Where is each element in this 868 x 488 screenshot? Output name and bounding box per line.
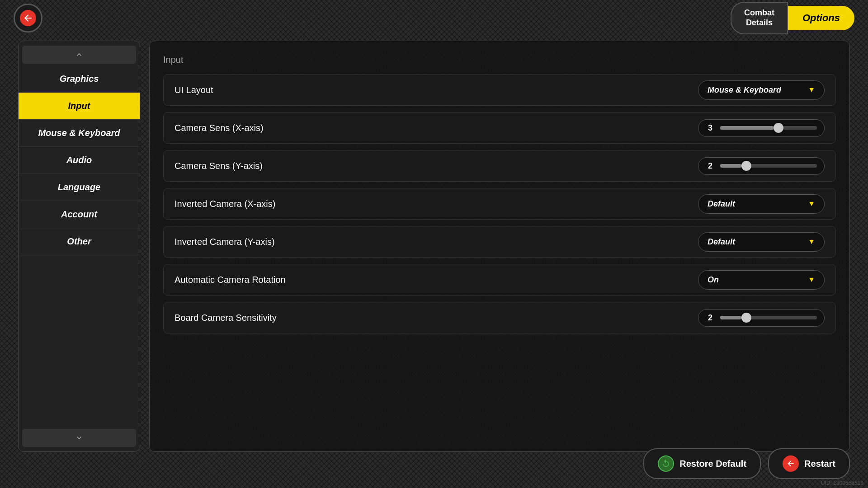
footer: Restore Default Restart [643, 448, 850, 479]
board-camera-slider[interactable]: 2 [698, 309, 825, 327]
inverted-x-value: Default [708, 199, 735, 209]
camera-sens-x-fill [720, 126, 774, 130]
restore-default-button[interactable]: Restore Default [643, 448, 761, 479]
inverted-y-label: Inverted Camera (Y-axis) [175, 237, 275, 247]
camera-sens-y-value: 2 [706, 161, 715, 171]
camera-sens-y-fill [720, 164, 741, 168]
sidebar-item-audio[interactable]: Audio [19, 147, 140, 174]
sidebar-scroll-up-button[interactable] [22, 46, 136, 64]
camera-sens-x-thumb [774, 123, 783, 133]
setting-row-camera-sens-y: Camera Sens (Y-axis) 2 [163, 150, 836, 182]
uid-text: UID: 1300658516 [821, 480, 863, 486]
setting-row-auto-rotation: Automatic Camera Rotation On ▼ [163, 264, 836, 296]
options-button[interactable]: Options [788, 6, 854, 30]
sidebar-item-account[interactable]: Account [19, 201, 140, 228]
camera-sens-x-track[interactable] [720, 126, 817, 130]
camera-sens-y-thumb [741, 161, 751, 171]
sidebar-item-other[interactable]: Other [19, 228, 140, 255]
section-title: Input [163, 55, 836, 65]
camera-sens-x-slider[interactable]: 3 [698, 119, 825, 137]
restart-button[interactable]: Restart [768, 448, 850, 479]
sidebar-scroll-down-button[interactable] [22, 429, 136, 447]
setting-row-inverted-y: Inverted Camera (Y-axis) Default ▼ [163, 226, 836, 258]
inverted-x-arrow: ▼ [808, 200, 815, 208]
auto-rotation-value: On [708, 275, 719, 285]
board-camera-thumb [741, 313, 751, 323]
restart-icon [783, 455, 799, 472]
ui-layout-label: UI Layout [175, 85, 213, 95]
main-content: Graphics Input Mouse & Keyboard Audio La… [18, 41, 850, 452]
inverted-y-arrow: ▼ [808, 238, 815, 246]
setting-row-ui-layout: UI Layout Mouse & Keyboard ▼ [163, 74, 836, 106]
sidebar-item-mouse-keyboard[interactable]: Mouse & Keyboard [19, 120, 140, 147]
board-camera-track[interactable] [720, 316, 817, 319]
back-button[interactable] [14, 4, 42, 33]
auto-rotation-dropdown[interactable]: On ▼ [698, 270, 825, 290]
sidebar: Graphics Input Mouse & Keyboard Audio La… [18, 41, 140, 452]
sidebar-item-graphics[interactable]: Graphics [19, 66, 140, 93]
content-panel: Input UI Layout Mouse & Keyboard ▼ Camer… [149, 41, 850, 452]
camera-sens-y-label: Camera Sens (Y-axis) [175, 161, 263, 171]
sidebar-item-input[interactable]: Input [19, 93, 140, 120]
auto-rotation-arrow: ▼ [808, 276, 815, 284]
inverted-x-label: Inverted Camera (X-axis) [175, 199, 275, 209]
setting-row-board-camera: Board Camera Sensitivity 2 [163, 302, 836, 333]
restart-label: Restart [804, 459, 835, 469]
ui-layout-value: Mouse & Keyboard [708, 85, 781, 95]
combat-details-button[interactable]: Combat Details [731, 2, 788, 34]
back-icon [20, 10, 36, 26]
camera-sens-x-value: 3 [706, 123, 715, 133]
header-nav: Combat Details Options [731, 2, 854, 34]
setting-row-inverted-x: Inverted Camera (X-axis) Default ▼ [163, 188, 836, 220]
board-camera-label: Board Camera Sensitivity [175, 313, 277, 323]
header: Combat Details Options [0, 0, 868, 36]
inverted-y-value: Default [708, 237, 735, 247]
camera-sens-y-slider[interactable]: 2 [698, 157, 825, 175]
restore-default-label: Restore Default [679, 459, 746, 469]
camera-sens-x-label: Camera Sens (X-axis) [175, 123, 264, 133]
ui-layout-dropdown[interactable]: Mouse & Keyboard ▼ [698, 80, 825, 100]
auto-rotation-label: Automatic Camera Rotation [175, 275, 286, 285]
restore-default-icon [658, 455, 674, 472]
sidebar-item-language[interactable]: Language [19, 174, 140, 201]
inverted-y-dropdown[interactable]: Default ▼ [698, 232, 825, 252]
board-camera-fill [720, 316, 741, 319]
board-camera-value: 2 [706, 313, 715, 323]
setting-row-camera-sens-x: Camera Sens (X-axis) 3 [163, 112, 836, 144]
camera-sens-y-track[interactable] [720, 164, 817, 168]
inverted-x-dropdown[interactable]: Default ▼ [698, 194, 825, 214]
ui-layout-dropdown-arrow: ▼ [808, 86, 815, 94]
